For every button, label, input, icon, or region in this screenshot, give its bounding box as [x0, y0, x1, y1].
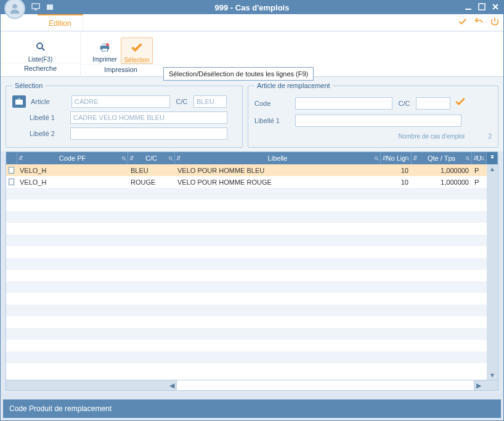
- table-row[interactable]: [6, 188, 498, 199]
- libelle1-label: Libellé 1: [30, 114, 67, 121]
- row-checkbox[interactable]: [9, 167, 14, 174]
- th-expand[interactable]: [487, 152, 498, 164]
- table-row[interactable]: [6, 246, 498, 258]
- th-code[interactable]: ⇵Code PF⚲: [17, 152, 128, 164]
- legend-remplacement: Article de remplacement: [254, 82, 333, 89]
- table-row[interactable]: [6, 258, 498, 270]
- power-button[interactable]: [490, 17, 500, 29]
- search-icon: [33, 39, 49, 55]
- table-row[interactable]: [6, 235, 498, 246]
- th-libelle[interactable]: ⇵Libelle⚲: [175, 152, 381, 164]
- validate-button[interactable]: [458, 17, 468, 29]
- th-u[interactable]: ⇵U⚲: [472, 152, 487, 164]
- table-row[interactable]: [6, 223, 498, 235]
- code-input[interactable]: [295, 97, 392, 110]
- scroll-down-icon[interactable]: ▼: [489, 371, 495, 380]
- table-row[interactable]: VELO_HROUGEVELO POUR HOMME ROUGE101,0000…: [6, 176, 498, 188]
- th-checkbox[interactable]: [6, 152, 17, 164]
- scroll-up-icon[interactable]: ▲: [489, 164, 495, 174]
- table-row[interactable]: [6, 328, 498, 340]
- libelle2-label: Libellé 2: [30, 130, 67, 137]
- imprimer-label: Imprimer: [92, 56, 116, 63]
- tab-strip: Edition: [1, 14, 503, 31]
- check-icon: [129, 39, 145, 55]
- table-row[interactable]: [6, 211, 498, 223]
- selection-label: Sélection: [124, 57, 149, 63]
- table-row[interactable]: [6, 316, 498, 328]
- cell-code: VELO_H: [17, 178, 128, 186]
- svg-rect-3: [465, 9, 471, 10]
- table-row[interactable]: [6, 270, 498, 281]
- table-header: ⇵Code PF⚲ ⇵C/C⚲ ⇵Libelle⚲ ⇵No Lig⚲ ⇵Qte …: [6, 152, 498, 164]
- row-checkbox[interactable]: [9, 178, 14, 185]
- fieldset-selection: Sélection Article C/C Libellé 1 Libellé …: [6, 82, 243, 148]
- th-qte[interactable]: ⇵Qte / Tps⚲: [412, 152, 472, 164]
- th-nolig[interactable]: ⇵No Lig⚲: [381, 152, 412, 164]
- libelle2-input[interactable]: [70, 127, 227, 140]
- toolbar-group-recherche: Liste(F3) Recherche: [1, 31, 81, 76]
- cell-u: P: [472, 167, 487, 174]
- undo-button[interactable]: [474, 17, 484, 29]
- cc-input-2[interactable]: [416, 97, 450, 110]
- cell-code: VELO_H: [17, 167, 128, 174]
- minimize-button[interactable]: [464, 2, 473, 13]
- fieldset-remplacement: Article de remplacement Code C/C Libellé…: [248, 82, 498, 148]
- selection-button[interactable]: Sélection: [121, 38, 153, 64]
- selection-tooltip: Sélection/Désélection de toutes les lign…: [163, 67, 314, 81]
- cc-label-2: C/C: [396, 100, 412, 107]
- cc-label: C/C: [174, 98, 190, 105]
- hscroll-right-icon[interactable]: ▶: [474, 382, 483, 390]
- horizontal-scrollbar[interactable]: ◀ ▶: [6, 380, 498, 390]
- svg-point-5: [37, 43, 43, 49]
- cell-nolig: 10: [381, 178, 412, 186]
- confirm-button[interactable]: [454, 95, 466, 111]
- title-bar: 999 - Cas d'emplois: [1, 1, 503, 14]
- legend-selection: Sélection: [12, 82, 45, 89]
- imprimer-button[interactable]: Imprimer: [89, 38, 121, 64]
- count-value: 2: [468, 133, 492, 140]
- hscroll-track[interactable]: [176, 380, 474, 390]
- cell-cc: BLEU: [128, 167, 175, 174]
- maximize-button[interactable]: [478, 2, 486, 13]
- liste-label: Liste(F3): [28, 56, 52, 63]
- code-label: Code: [254, 100, 291, 107]
- vertical-scrollbar[interactable]: ▲ ▼: [487, 164, 498, 380]
- libelle1-input-2[interactable]: [295, 114, 461, 127]
- table-row[interactable]: [6, 199, 498, 211]
- close-button[interactable]: [491, 2, 500, 13]
- cell-u: P: [472, 178, 487, 186]
- th-cc[interactable]: ⇵C/C⚲: [128, 152, 175, 164]
- svg-rect-4: [479, 4, 485, 10]
- svg-point-0: [12, 4, 17, 9]
- table-row[interactable]: [6, 281, 498, 293]
- cell-libelle: VELO POUR HOMME BLEU: [175, 167, 381, 174]
- table-row[interactable]: [6, 351, 498, 363]
- table-body: VELO_HBLEUVELO POUR HOMME BLEU101,000000…: [6, 164, 498, 380]
- tab-edition[interactable]: Edition: [38, 14, 83, 31]
- svg-rect-10: [15, 100, 23, 105]
- data-table: ⇵Code PF⚲ ⇵C/C⚲ ⇵Libelle⚲ ⇵No Lig⚲ ⇵Qte …: [6, 151, 498, 391]
- libelle1-input[interactable]: [70, 111, 227, 124]
- article-input[interactable]: [71, 95, 170, 108]
- table-row[interactable]: [6, 340, 498, 351]
- svg-point-9: [106, 43, 109, 46]
- article-label: Article: [31, 98, 68, 105]
- article-icon[interactable]: [12, 95, 26, 108]
- cell-libelle: VELO POUR HOMME ROUGE: [175, 178, 381, 186]
- hscroll-left-icon[interactable]: ◀: [168, 382, 176, 390]
- window-title: 999 - Cas d'emplois: [1, 3, 503, 12]
- cc-input[interactable]: [193, 95, 227, 108]
- liste-button[interactable]: Liste(F3): [25, 38, 57, 63]
- table-row[interactable]: [6, 363, 498, 375]
- cell-qte: 1,000000: [412, 167, 472, 174]
- table-row[interactable]: [6, 293, 498, 305]
- cell-cc: ROUGE: [128, 178, 175, 186]
- toolbar-group-impression: Imprimer Sélection Impression: [81, 31, 161, 76]
- svg-rect-8: [102, 49, 108, 52]
- printer-icon: [97, 39, 113, 55]
- status-bar: Code Produit de remplacement: [3, 399, 501, 418]
- toolbar-group-label: Impression: [81, 64, 161, 74]
- table-row[interactable]: VELO_HBLEUVELO POUR HOMME BLEU101,000000…: [6, 164, 498, 176]
- toolbar-group-label: Recherche: [1, 63, 80, 73]
- table-row[interactable]: [6, 305, 498, 316]
